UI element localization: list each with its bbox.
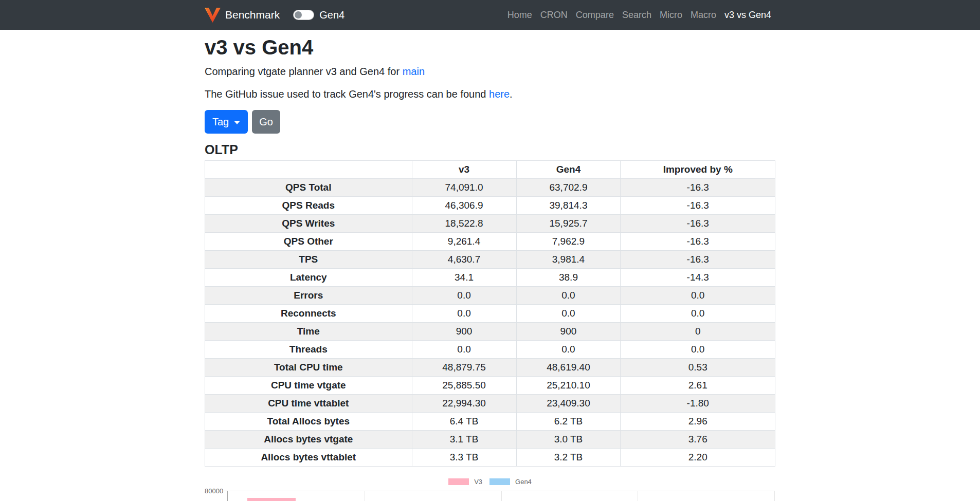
v3-value: 48,879.75 bbox=[412, 359, 516, 377]
gen4-toggle-label: Gen4 bbox=[319, 9, 344, 21]
tag-button-label: Tag bbox=[212, 116, 229, 128]
table-row: Allocs bytes vtgate3.1 TB3.0 TB3.76 bbox=[205, 431, 775, 449]
legend-item-gen4[interactable]: Gen4 bbox=[489, 478, 532, 486]
table-row: QPS Writes18,522.815,925.7-16.3 bbox=[205, 215, 775, 233]
page-title: v3 vs Gen4 bbox=[205, 35, 775, 60]
gen4-value: 48,619.40 bbox=[516, 359, 621, 377]
row-label: QPS Reads bbox=[205, 197, 412, 215]
v3-value: 0.0 bbox=[412, 305, 516, 323]
gen4-value: 38.9 bbox=[516, 269, 621, 287]
v3-value: 46,306.9 bbox=[412, 197, 516, 215]
table-row: QPS Other9,261.47,962.9-16.3 bbox=[205, 233, 775, 251]
brand-label: Benchmark bbox=[225, 9, 280, 21]
tag-dropdown-button[interactable]: Tag bbox=[205, 110, 248, 134]
improved-value: 2.61 bbox=[621, 377, 775, 395]
brand-link[interactable]: Benchmark bbox=[205, 8, 280, 23]
v3-value: 3.1 TB bbox=[412, 431, 516, 449]
bar-v3-qps-total bbox=[247, 498, 296, 501]
main-content: v3 vs Gen4 Comparing vtgate planner v3 a… bbox=[197, 35, 783, 501]
gen4-value: 0.0 bbox=[516, 305, 621, 323]
gen4-value: 3.2 TB bbox=[516, 449, 621, 467]
table-header-row: v3 Gen4 Improved by % bbox=[205, 161, 775, 179]
gen4-value: 3.0 TB bbox=[516, 431, 621, 449]
improved-value: -16.3 bbox=[621, 251, 775, 269]
legend-swatch-gen4 bbox=[489, 478, 510, 485]
row-label: Threads bbox=[205, 341, 412, 359]
v3-value: 9,261.4 bbox=[412, 233, 516, 251]
improved-value: 2.96 bbox=[621, 413, 775, 431]
chart-legend: V3 Gen4 bbox=[205, 478, 775, 486]
gen4-value: 900 bbox=[516, 323, 621, 341]
gen4-value: 7,962.9 bbox=[516, 233, 621, 251]
table-row: CPU time vtgate25,885.5025,210.102.61 bbox=[205, 377, 775, 395]
vertical-gridline bbox=[638, 491, 638, 501]
row-label: Allocs bytes vtgate bbox=[205, 431, 412, 449]
gen4-value: 6.2 TB bbox=[516, 413, 621, 431]
table-row: Total Allocs bytes6.4 TB6.2 TB2.96 bbox=[205, 413, 775, 431]
go-button-label: Go bbox=[259, 116, 273, 128]
row-label: Errors bbox=[205, 287, 412, 305]
improved-value: -16.3 bbox=[621, 233, 775, 251]
table-row: TPS4,630.73,981.4-16.3 bbox=[205, 251, 775, 269]
vertical-gridline bbox=[501, 491, 502, 501]
nav-link-home[interactable]: Home bbox=[503, 10, 536, 21]
v3-value: 3.3 TB bbox=[412, 449, 516, 467]
table-row: Threads0.00.00.0 bbox=[205, 341, 775, 359]
legend-swatch-v3 bbox=[448, 478, 469, 485]
vitess-logo-icon bbox=[205, 8, 221, 23]
row-label: Reconnects bbox=[205, 305, 412, 323]
gen4-value: 23,409.30 bbox=[516, 395, 621, 413]
y-axis-tick-80000: 80000 bbox=[205, 487, 223, 495]
legend-label-v3: V3 bbox=[474, 478, 482, 486]
top-navbar: Benchmark Gen4 HomeCRONCompareSearchMicr… bbox=[0, 0, 980, 30]
header-blank bbox=[205, 161, 412, 179]
row-label: CPU time vttablet bbox=[205, 395, 412, 413]
navbar-inner: Benchmark Gen4 HomeCRONCompareSearchMicr… bbox=[197, 8, 783, 23]
controls-row: Tag Go bbox=[205, 110, 775, 134]
gen4-toggle-switch[interactable] bbox=[293, 10, 314, 20]
vertical-gridline bbox=[365, 491, 365, 501]
v3-value: 25,885.50 bbox=[412, 377, 516, 395]
chevron-down-icon bbox=[234, 121, 240, 124]
v3-value: 900 bbox=[412, 323, 516, 341]
nav-link-v3-vs-gen4[interactable]: v3 vs Gen4 bbox=[720, 10, 775, 21]
issue-line: The GitHub issue used to track Gen4's pr… bbox=[205, 86, 775, 102]
row-label: QPS Writes bbox=[205, 215, 412, 233]
v3-value: 18,522.8 bbox=[412, 215, 516, 233]
row-label: QPS Total bbox=[205, 179, 412, 197]
row-label: QPS Other bbox=[205, 233, 412, 251]
row-label: TPS bbox=[205, 251, 412, 269]
row-label: Allocs bytes vttablet bbox=[205, 449, 412, 467]
v3-value: 4,630.7 bbox=[412, 251, 516, 269]
gen4-value: 63,702.9 bbox=[516, 179, 621, 197]
v3-value: 6.4 TB bbox=[412, 413, 516, 431]
subtitle: Comparing vtgate planner v3 and Gen4 for… bbox=[205, 64, 775, 79]
gen4-value: 25,210.10 bbox=[516, 377, 621, 395]
gen4-value: 15,925.7 bbox=[516, 215, 621, 233]
table-row: Latency34.138.9-14.3 bbox=[205, 269, 775, 287]
row-label: Total Allocs bytes bbox=[205, 413, 412, 431]
legend-item-v3[interactable]: V3 bbox=[448, 478, 482, 486]
gen4-value: 0.0 bbox=[516, 287, 621, 305]
improved-value: 0.0 bbox=[621, 287, 775, 305]
nav-link-cron[interactable]: CRON bbox=[536, 10, 572, 21]
gen4-toggle-group: Gen4 bbox=[293, 9, 344, 21]
nav-link-compare[interactable]: Compare bbox=[572, 10, 618, 21]
improved-value: 0 bbox=[621, 323, 775, 341]
improved-value: 0.0 bbox=[621, 305, 775, 323]
issue-text: The GitHub issue used to track Gen4's pr… bbox=[205, 88, 489, 100]
header-improved: Improved by % bbox=[621, 161, 775, 179]
nav-link-search[interactable]: Search bbox=[618, 10, 656, 21]
table-row: QPS Total74,091.063,702.9-16.3 bbox=[205, 179, 775, 197]
main-branch-link[interactable]: main bbox=[403, 66, 425, 77]
go-button[interactable]: Go bbox=[252, 110, 280, 134]
improved-value: 0.0 bbox=[621, 341, 775, 359]
github-issue-link[interactable]: here bbox=[489, 88, 510, 100]
oltp-comparison-table: v3 Gen4 Improved by % QPS Total74,091.06… bbox=[205, 160, 775, 467]
header-gen4: Gen4 bbox=[516, 161, 621, 179]
improved-value: 0.53 bbox=[621, 359, 775, 377]
table-row: CPU time vttablet22,994.3023,409.30-1.80 bbox=[205, 395, 775, 413]
nav-link-micro[interactable]: Micro bbox=[656, 10, 686, 21]
table-header: v3 Gen4 Improved by % bbox=[205, 161, 775, 179]
nav-link-macro[interactable]: Macro bbox=[686, 10, 720, 21]
